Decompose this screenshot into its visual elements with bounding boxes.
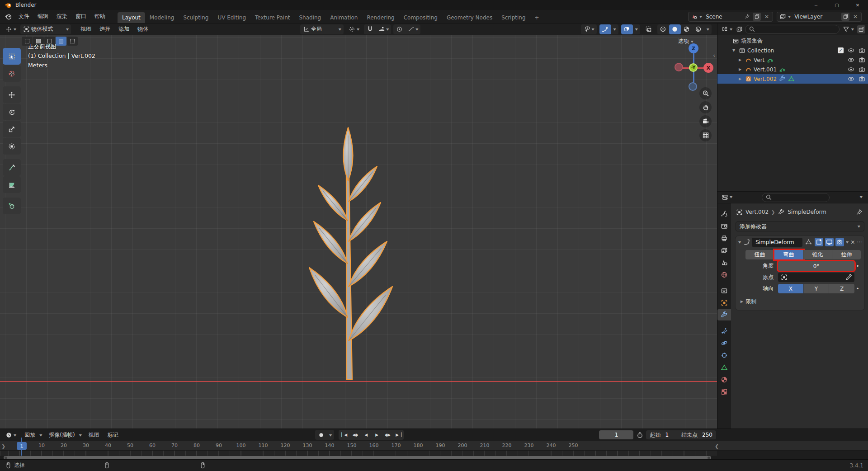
eyedropper-icon[interactable] bbox=[845, 274, 852, 281]
blender-menu-icon[interactable] bbox=[5, 13, 12, 20]
mode-dropdown[interactable]: 物体模式 ▼ bbox=[20, 24, 71, 34]
workspace-tab-layout[interactable]: Layout bbox=[118, 12, 145, 23]
pin-icon[interactable] bbox=[743, 13, 751, 21]
properties-tab-texture[interactable] bbox=[717, 386, 731, 397]
pin-icon[interactable] bbox=[855, 208, 863, 216]
jump-start-button[interactable]: ▏◀ bbox=[339, 430, 349, 440]
gizmo-axis-neg-x[interactable] bbox=[675, 63, 683, 71]
disclosure-closed-icon[interactable]: ▶ bbox=[737, 77, 743, 81]
gizmo-axis-neg-y[interactable]: -Y bbox=[689, 63, 698, 72]
workspace-tab-shading[interactable]: Shading bbox=[294, 12, 326, 23]
maximize-button[interactable]: ▢ bbox=[826, 0, 847, 10]
shading-dropdown[interactable]: ▼ bbox=[704, 24, 712, 34]
properties-tab-render[interactable] bbox=[717, 220, 731, 231]
new-viewlayer-icon[interactable] bbox=[841, 13, 849, 21]
menu-渲染[interactable]: 渲染 bbox=[52, 11, 71, 22]
properties-tab-tool[interactable] bbox=[717, 208, 731, 219]
properties-search-input[interactable] bbox=[762, 193, 830, 202]
properties-tab-constraints[interactable] bbox=[717, 349, 731, 361]
new-scene-icon[interactable] bbox=[753, 13, 761, 21]
outliner-row-Vert.002[interactable]: ▶Vert.002 bbox=[717, 74, 868, 84]
tool-select-box[interactable] bbox=[3, 48, 21, 65]
workspace-tab-rendering[interactable]: Rendering bbox=[362, 12, 399, 23]
eye-icon[interactable] bbox=[847, 47, 854, 54]
close-button[interactable]: ✕ bbox=[847, 0, 868, 10]
disclosure-closed-icon[interactable]: ▶ bbox=[737, 67, 743, 71]
properties-tab-output[interactable] bbox=[717, 232, 731, 244]
properties-tab-collection[interactable] bbox=[717, 285, 731, 296]
snap-toggle[interactable] bbox=[364, 24, 376, 34]
proportional-edit-toggle[interactable] bbox=[393, 24, 405, 34]
pan-button[interactable] bbox=[699, 101, 712, 113]
toggle-edit-mode-display[interactable] bbox=[804, 238, 813, 246]
menu-帮助[interactable]: 帮助 bbox=[90, 11, 109, 22]
outliner-display-mode-dropdown[interactable]: ▼ bbox=[720, 24, 733, 34]
delete-scene-icon[interactable]: ✕ bbox=[763, 13, 771, 21]
timeline-menu-抠像(插帧)[interactable]: 抠像(插帧) bbox=[45, 429, 79, 441]
camera-view-button[interactable] bbox=[699, 115, 712, 127]
properties-tab-physics[interactable] bbox=[717, 337, 731, 349]
workspace-tab-animation[interactable]: Animation bbox=[326, 12, 362, 23]
deform-mode-锥化[interactable]: 锥化 bbox=[803, 250, 832, 259]
workspace-tab-uv-editing[interactable]: UV Editing bbox=[213, 12, 250, 23]
remove-viewlayer-icon[interactable]: ✕ bbox=[851, 13, 859, 21]
modifier-name-field[interactable]: SimpleDeform bbox=[752, 238, 802, 247]
shading-solid-button[interactable] bbox=[669, 24, 681, 34]
viewport-menu-物体[interactable]: 物体 bbox=[133, 24, 152, 35]
orthographic-toggle-button[interactable] bbox=[699, 129, 712, 141]
animate-dot-icon[interactable]: • bbox=[854, 286, 861, 292]
shading-wireframe-button[interactable] bbox=[657, 24, 669, 34]
properties-tab-world[interactable] bbox=[717, 269, 731, 280]
pivot-point-dropdown[interactable]: ▼ bbox=[346, 24, 362, 34]
outliner-row-Collection[interactable]: ▼Collection✓ bbox=[717, 46, 868, 55]
tool-scale[interactable] bbox=[3, 121, 21, 137]
tool-transform[interactable] bbox=[3, 138, 21, 155]
visibility-dropdown[interactable]: ▼ bbox=[581, 24, 596, 34]
breadcrumb-object[interactable]: Vert.002 bbox=[745, 209, 769, 215]
outliner-row-场景集合[interactable]: 场景集合 bbox=[717, 36, 868, 46]
xray-toggle[interactable] bbox=[643, 24, 655, 34]
new-collection-button[interactable] bbox=[857, 25, 865, 33]
end-frame-value[interactable]: 250 bbox=[702, 432, 712, 438]
camera-visibility-icon[interactable] bbox=[858, 75, 865, 83]
properties-tab-object[interactable] bbox=[717, 297, 731, 308]
tool-measure[interactable] bbox=[3, 176, 21, 193]
timeline-editor-type-button[interactable]: ▼ bbox=[3, 430, 19, 440]
auto-keying-dropdown[interactable]: ▼ bbox=[327, 430, 334, 440]
filter-viewlayer-icon[interactable] bbox=[736, 26, 743, 33]
axis-y-button[interactable]: Y bbox=[804, 284, 830, 293]
menu-文件[interactable]: 文件 bbox=[14, 11, 33, 22]
workspace-tab-geometry-nodes[interactable]: Geometry Nodes bbox=[442, 12, 497, 23]
viewport-canvas[interactable]: 正交前视图 (1) Collection | Vert.002 Meters 选… bbox=[0, 35, 717, 429]
delete-modifier-button[interactable]: ✕ bbox=[850, 239, 855, 245]
minimize-button[interactable]: ─ bbox=[806, 0, 826, 10]
overlays-dropdown[interactable]: ▼ bbox=[633, 24, 640, 34]
limits-panel-toggle[interactable]: ▼ 限制 bbox=[740, 298, 864, 306]
tool-cursor[interactable] bbox=[3, 65, 21, 82]
timeline-menu-回放[interactable]: 回放 bbox=[20, 429, 39, 441]
origin-object-field[interactable] bbox=[778, 273, 854, 282]
timeline-collapse-left[interactable]: ❯ bbox=[1, 443, 5, 449]
timeline-track-area[interactable] bbox=[0, 451, 717, 456]
prev-keyframe-button[interactable]: ◀◆ bbox=[349, 430, 360, 440]
timeline-collapse-right[interactable]: ❮ bbox=[715, 443, 719, 449]
shading-rendered-button[interactable] bbox=[693, 24, 704, 34]
animate-dot-icon[interactable]: • bbox=[854, 263, 861, 269]
timeline-scrollbar[interactable] bbox=[4, 456, 711, 459]
zoom-button[interactable] bbox=[699, 87, 712, 99]
exclude-checkbox[interactable]: ✓ bbox=[838, 47, 844, 53]
deform-mode-拉伸[interactable]: 拉伸 bbox=[832, 250, 861, 259]
axis-z-button[interactable]: Z bbox=[829, 284, 854, 293]
current-frame-field[interactable]: 1 bbox=[599, 430, 633, 439]
overlays-toggle[interactable] bbox=[621, 24, 633, 34]
plant-object-selected[interactable] bbox=[280, 121, 416, 383]
gizmos-toggle[interactable] bbox=[599, 24, 611, 34]
eye-icon[interactable] bbox=[847, 66, 854, 73]
outliner-row-Vert[interactable]: ▶Vert bbox=[717, 55, 868, 65]
camera-visibility-icon[interactable] bbox=[858, 47, 865, 54]
gizmo-axis-x[interactable]: X bbox=[703, 63, 713, 73]
transform-orientation-dropdown[interactable]: 全局 ▼ bbox=[300, 24, 344, 34]
properties-tab-particles[interactable] bbox=[717, 325, 731, 336]
drag-handle-icon[interactable]: ∷∷ bbox=[857, 240, 862, 245]
properties-tab-material[interactable] bbox=[717, 374, 731, 385]
